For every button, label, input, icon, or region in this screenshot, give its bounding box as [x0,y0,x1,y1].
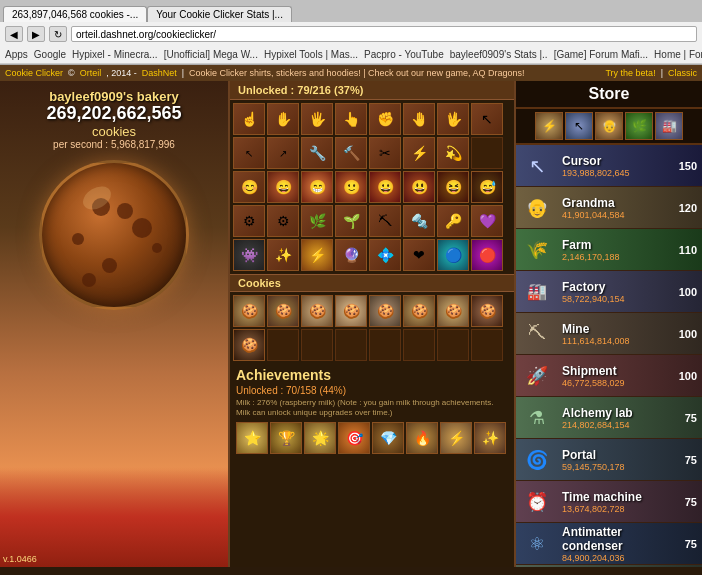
bookmark-hypixel[interactable]: Hypixel - Minecra... [72,49,158,60]
upgrade-item[interactable]: ↖ [471,103,503,135]
upgrade-item[interactable]: ↖ [233,137,265,169]
achievement-item[interactable]: ⭐ [236,422,268,454]
upgrade-item[interactable]: 💫 [437,137,469,169]
bookmark-hypixel-tools[interactable]: Hypixel Tools | Mas... [264,49,358,60]
store-item-shipment[interactable]: Shipment 46,772,588,029 100 [516,355,702,397]
bookmark-apps[interactable]: Apps [5,49,28,60]
upgrade-item[interactable]: 🔴 [471,239,503,271]
bookmark-pacpro[interactable]: Pacpro - YouTube [364,49,444,60]
bookmark-mega[interactable]: [Unofficial] Mega W... [164,49,258,60]
upgrade-item-locked[interactable] [471,137,503,169]
upgrade-item[interactable]: 🔑 [437,205,469,237]
upgrade-item[interactable]: 👆 [335,103,367,135]
upgrade-item[interactable]: 😀 [369,171,401,203]
cookie-item[interactable]: 🍪 [437,295,469,327]
upgrade-item[interactable]: ☝ [233,103,265,135]
store-upgrade-item[interactable]: 👴 [595,112,623,140]
upgrade-item[interactable]: ✋ [267,103,299,135]
cookie-item-locked[interactable] [437,329,469,361]
bookmark-stats[interactable]: bayleef0909's Stats |.. [450,49,548,60]
cookie-item[interactable]: 🍪 [267,295,299,327]
store-item-portal[interactable]: Portal 59,145,750,178 75 [516,439,702,481]
infobar-dashnet-link[interactable]: DashNet [142,68,177,78]
upgrade-item[interactable]: ↗ [267,137,299,169]
achievement-item[interactable]: ✨ [474,422,506,454]
upgrade-item[interactable]: 💠 [369,239,401,271]
upgrade-item[interactable]: 🖖 [437,103,469,135]
upgrade-item[interactable]: ⚡ [403,137,435,169]
upgrade-item[interactable]: 😄 [267,171,299,203]
cookie-item[interactable]: 🍪 [335,295,367,327]
upgrade-item[interactable]: ⛏ [369,205,401,237]
cookie-item[interactable]: 🍪 [369,295,401,327]
upgrade-item[interactable]: 💜 [471,205,503,237]
back-button[interactable]: ◀ [5,26,23,42]
store-item-grandma[interactable]: Grandma 41,901,044,584 120 [516,187,702,229]
upgrade-item[interactable]: 🔧 [301,137,333,169]
store-item-mine[interactable]: Mine 111,614,814,008 100 [516,313,702,355]
tab-cookie-clicker[interactable]: 263,897,046,568 cookies -... [3,6,147,22]
cookie-item-locked[interactable] [301,329,333,361]
store-upgrade-item[interactable]: 🏭 [655,112,683,140]
upgrade-item[interactable]: 🖐 [301,103,333,135]
achievement-item[interactable]: 🎯 [338,422,370,454]
refresh-button[interactable]: ↻ [49,26,67,42]
store-item-cursor[interactable]: Cursor 193,988,802,645 150 [516,145,702,187]
cookie-item[interactable]: 🍪 [233,329,265,361]
upgrade-item[interactable]: 🙂 [335,171,367,203]
upgrade-item[interactable]: ❤ [403,239,435,271]
infobar-cookie-clicker-link[interactable]: Cookie Clicker [5,68,63,78]
upgrade-item[interactable]: ✂ [369,137,401,169]
cookie-item-locked[interactable] [471,329,503,361]
cookie-item[interactable]: 🍪 [301,295,333,327]
achievement-item[interactable]: 🌟 [304,422,336,454]
upgrade-item[interactable]: 😃 [403,171,435,203]
cookie-item-locked[interactable] [369,329,401,361]
achievement-item[interactable]: 🏆 [270,422,302,454]
store-upgrade-item[interactable]: ⚡ [535,112,563,140]
achievement-item[interactable]: 🔥 [406,422,438,454]
store-item-antimatter[interactable]: Antimatter condenser 84,900,204,036 75 [516,523,702,565]
cookie-item[interactable]: 🍪 [403,295,435,327]
try-beta-link[interactable]: Try the beta! [605,68,655,78]
store-item-factory[interactable]: Factory 58,722,940,154 100 [516,271,702,313]
upgrade-item[interactable]: 👾 [233,239,265,271]
store-item-prism[interactable]: Prism 1,109,448,184,420 25 [516,565,702,567]
achievement-item[interactable]: 💎 [372,422,404,454]
big-cookie[interactable] [39,160,189,310]
classic-link[interactable]: Classic [668,68,697,78]
store-item-alchemy[interactable]: Alchemy lab 214,802,684,154 75 [516,397,702,439]
forward-button[interactable]: ▶ [27,26,45,42]
upgrade-item[interactable]: 😆 [437,171,469,203]
upgrade-item[interactable]: 🌱 [335,205,367,237]
store-upgrade-item[interactable]: 🌿 [625,112,653,140]
upgrade-item[interactable]: 🤚 [403,103,435,135]
infobar-orteil-link[interactable]: Orteil [80,68,102,78]
cookie-item-locked[interactable] [335,329,367,361]
upgrade-item[interactable]: ⚡ [301,239,333,271]
store-upgrade-item[interactable]: ↖ [565,112,593,140]
upgrade-item[interactable]: 🔨 [335,137,367,169]
upgrade-item[interactable]: ✨ [267,239,299,271]
upgrade-item[interactable]: 😁 [301,171,333,203]
upgrade-item[interactable]: ⚙ [233,205,265,237]
cookie-item-locked[interactable] [267,329,299,361]
cookie-item[interactable]: 🍪 [233,295,265,327]
upgrade-item[interactable]: 🔩 [403,205,435,237]
cookie-item-locked[interactable] [403,329,435,361]
upgrade-item[interactable]: 🔵 [437,239,469,271]
store-item-timemachine[interactable]: Time machine 13,674,802,728 75 [516,481,702,523]
url-input[interactable] [71,26,697,42]
cookie-item[interactable]: 🍪 [471,295,503,327]
upgrade-item[interactable]: ✊ [369,103,401,135]
upgrade-item[interactable]: 🌿 [301,205,333,237]
upgrade-item[interactable]: 😅 [471,171,503,203]
bookmark-forum[interactable]: [Game] Forum Mafi... [554,49,648,60]
tab-stats[interactable]: Your Cookie Clicker Stats |... [147,6,292,22]
upgrade-item[interactable]: 🔮 [335,239,367,271]
upgrade-item[interactable]: ⚙ [267,205,299,237]
bookmark-home[interactable]: Home | Forum [654,49,702,60]
upgrade-item[interactable]: 😊 [233,171,265,203]
store-item-farm[interactable]: Farm 2,146,170,188 110 [516,229,702,271]
achievement-item[interactable]: ⚡ [440,422,472,454]
